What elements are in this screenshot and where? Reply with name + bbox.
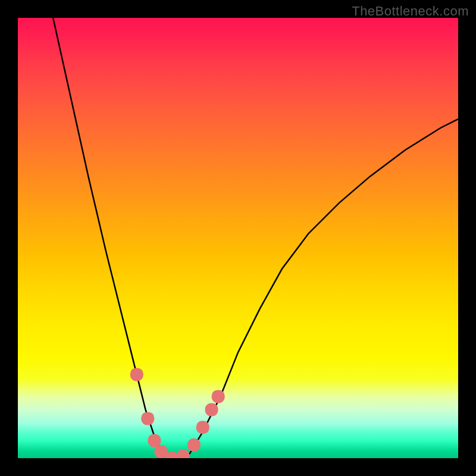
bottleneck-curve [53,18,458,458]
marker-2 [141,412,154,425]
watermark-text: TheBottleneck.com [352,4,469,19]
chart-svg [18,18,458,458]
marker-1 [130,368,143,381]
marker-8 [196,421,209,434]
marker-4 [155,445,168,458]
marker-6 [177,449,190,458]
marker-3 [148,434,161,447]
marker-9 [205,403,218,416]
chart-plot-area [18,18,458,458]
marker-10 [212,390,225,403]
marker-7 [187,439,201,452]
curve-markers [130,368,225,458]
